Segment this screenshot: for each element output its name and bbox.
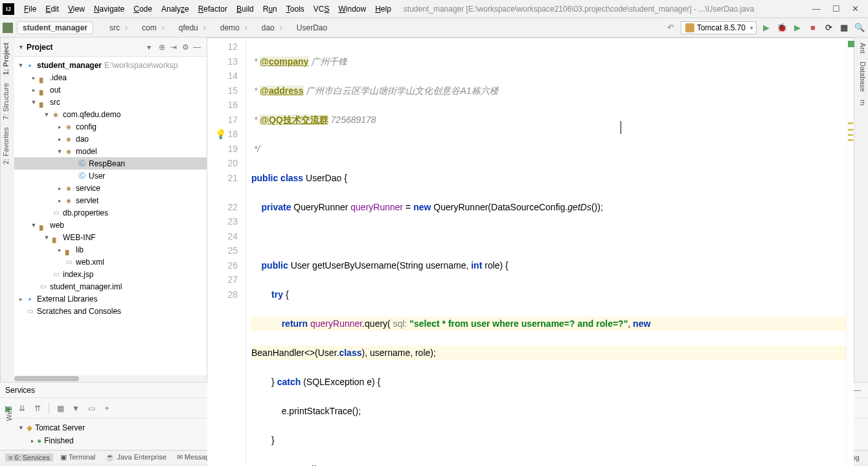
tree-web[interactable]: web — [50, 221, 64, 230]
tomcat-icon — [685, 23, 694, 32]
run-coverage-button[interactable]: ▶ — [792, 22, 803, 34]
tool-database[interactable]: Database — [856, 61, 867, 92]
app-logo: IJ — [3, 3, 14, 15]
tree-iml[interactable]: student_manager.iml — [50, 282, 122, 291]
sv-tool-3[interactable]: ▦ — [54, 404, 66, 413]
hide-panel-icon[interactable]: — — [191, 43, 203, 52]
tool-favorites[interactable]: 2: Favorites — [2, 128, 13, 164]
sv-tool-4[interactable]: ▭ — [86, 404, 97, 413]
tree-idea[interactable]: .idea — [50, 73, 67, 82]
select-file-icon[interactable]: ⊕ — [156, 43, 168, 52]
tool-project[interactable]: 1: Project — [2, 43, 13, 75]
tree-config[interactable]: config — [76, 122, 97, 131]
structure-icon[interactable]: ▦ — [838, 22, 850, 34]
menu-edit[interactable]: Edit — [41, 5, 63, 14]
close-button[interactable]: ✕ — [852, 4, 859, 14]
crumb-dao[interactable]: dao — [256, 21, 291, 34]
crumb-src[interactable]: src — [104, 21, 136, 34]
tree-dbprops[interactable]: db.properties — [63, 208, 108, 217]
menu-help[interactable]: Help — [371, 5, 396, 14]
back-icon[interactable]: ↶ — [665, 22, 677, 34]
project-icon — [3, 23, 13, 33]
bb-services[interactable]: ≡ 6: Services — [5, 454, 53, 461]
run-button[interactable]: ▶ — [760, 22, 772, 34]
tree-service[interactable]: service — [76, 184, 100, 193]
sv-filter-icon[interactable]: ▼ — [70, 404, 82, 413]
minimize-button[interactable]: — — [812, 4, 821, 14]
tree-webxml[interactable]: web.xml — [76, 258, 104, 267]
tool-structure[interactable]: 7: Structure — [2, 83, 13, 120]
crumb-userdao[interactable]: UserDao — [291, 21, 341, 34]
menu-run[interactable]: Run — [258, 5, 282, 14]
tree-servlet[interactable]: servlet — [76, 196, 98, 205]
menu-refactor[interactable]: Refactor — [194, 5, 232, 14]
menu-analyze[interactable]: Analyze — [157, 5, 194, 14]
sv-tool-2[interactable]: ⇈ — [32, 404, 43, 413]
run-config-selector[interactable]: Tomcat 8.5.70 — [681, 21, 757, 34]
window-title: student_manager [E:\workspace\workspace2… — [404, 5, 755, 14]
menu-view[interactable]: View — [63, 5, 89, 14]
expand-icon[interactable]: ⇥ — [168, 43, 179, 52]
menu-window[interactable]: Window — [334, 5, 371, 14]
tree-scratches[interactable]: Scratches and Consoles — [37, 307, 121, 316]
tool-maven[interactable]: m — [856, 100, 867, 105]
menu-vcs[interactable]: VCS — [309, 5, 334, 14]
crumb-project[interactable]: student_manager — [17, 21, 93, 34]
text-cursor — [621, 121, 621, 134]
tree-extlib[interactable]: External Libraries — [37, 294, 97, 304]
line-gutter[interactable]: 121314 151617 181920 2122 232425 262728 — [207, 38, 246, 466]
settings-icon[interactable]: ⚙ — [179, 43, 191, 52]
stop-button[interactable]: ■ — [807, 22, 819, 34]
crumb-qfedu[interactable]: qfedu — [173, 21, 214, 34]
sv-tool-1[interactable]: ⇊ — [16, 404, 28, 413]
panel-collapse-icon[interactable]: ▼ — [18, 44, 24, 50]
bb-javaee[interactable]: ☕ Java Enterprise — [102, 453, 169, 461]
menu-navigate[interactable]: Navigate — [89, 5, 129, 14]
tree-model[interactable]: model — [76, 147, 97, 156]
tree-src[interactable]: src — [50, 98, 60, 107]
debug-button[interactable]: 🐞 — [776, 22, 788, 34]
tree-lib[interactable]: lib — [76, 245, 84, 254]
tree-out[interactable]: out — [50, 85, 61, 94]
menu-build[interactable]: Build — [232, 5, 258, 14]
error-stripe[interactable] — [846, 38, 854, 466]
crumb-com[interactable]: com — [136, 21, 173, 34]
update-button[interactable]: ⟳ — [823, 22, 834, 34]
tree-root[interactable]: student_manager — [37, 61, 102, 70]
tool-ant[interactable]: Ant — [856, 43, 867, 54]
tree-pkg[interactable]: com.qfedu.demo — [63, 110, 120, 119]
maximize-button[interactable]: ☐ — [832, 4, 840, 14]
menu-tools[interactable]: Tools — [282, 5, 309, 14]
tree-respbean[interactable]: RespBean — [89, 159, 125, 168]
code-editor[interactable]: 💡 121314 151617 181920 2122 232425 26272… — [207, 38, 854, 466]
bb-terminal[interactable]: ▣ Terminal — [57, 453, 98, 461]
intention-bulb-icon[interactable]: 💡 — [215, 129, 226, 139]
run-config-label: Tomcat 8.5.70 — [697, 23, 746, 32]
code-content[interactable]: * @company 广州千锋 * @address 广州市白云区学山塘街学山文… — [246, 38, 846, 466]
sv-add-icon[interactable]: + — [101, 404, 113, 413]
menu-code[interactable]: Code — [129, 5, 157, 14]
panel-dropdown-icon[interactable]: ▾ — [147, 43, 151, 52]
search-icon[interactable]: 🔍 — [854, 22, 865, 34]
project-panel-label: Project — [27, 43, 147, 52]
tree-scrollbar[interactable] — [14, 375, 207, 382]
menu-file[interactable]: File — [19, 5, 41, 14]
services-tree[interactable]: ▼◆Tomcat Server ▸●Finished — [0, 419, 211, 450]
tree-webinf[interactable]: WEB-INF — [63, 233, 96, 242]
tree-user[interactable]: User — [89, 172, 105, 181]
tool-web[interactable]: Web — [2, 406, 16, 421]
crumb-demo[interactable]: demo — [214, 21, 256, 34]
tree-indexjsp[interactable]: index.jsp — [63, 270, 93, 279]
tree-dao[interactable]: dao — [76, 135, 89, 144]
project-tree[interactable]: ▼student_managerE:\workspace\worksp ▸.id… — [14, 57, 207, 375]
